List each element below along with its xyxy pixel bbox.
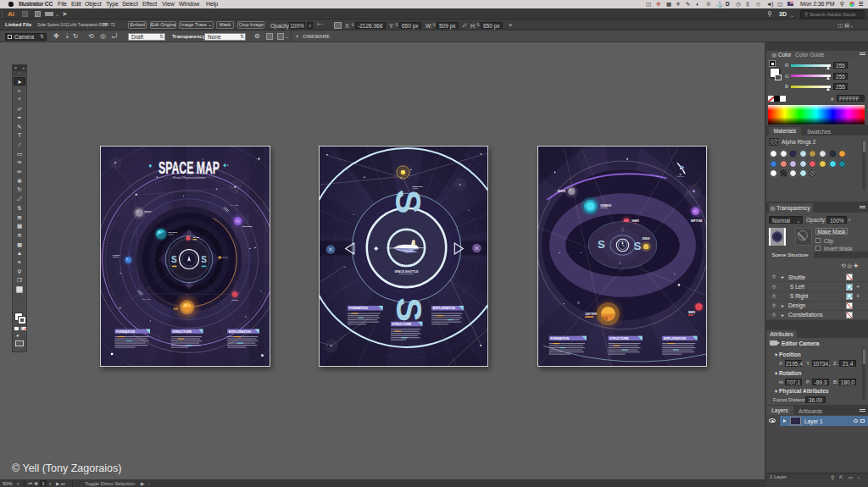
- svg-text:JUPITER: JUPITER: [585, 313, 597, 316]
- svg-text:MARS: MARS: [632, 219, 639, 223]
- svg-text:Visual Representation: Visual Representation: [172, 175, 205, 180]
- svg-text:EXPLORATION: EXPLORATION: [433, 306, 455, 310]
- svg-text:MOON: MOON: [558, 190, 565, 193]
- svg-text:FORMATION: FORMATION: [116, 329, 135, 333]
- svg-text:NEPTUNE: NEPTUNE: [242, 225, 253, 228]
- svg-text:STRUCTURE: STRUCTURE: [609, 336, 629, 340]
- svg-text:VENUS: VENUS: [643, 237, 650, 241]
- svg-text:NEPTUNE: NEPTUNE: [691, 219, 703, 223]
- svg-text:MOON: MOON: [145, 210, 152, 213]
- svg-text:S: S: [389, 297, 430, 322]
- svg-text:SATELLITE: SATELLITE: [676, 175, 685, 177]
- svg-text:URANUS: URANUS: [600, 204, 611, 208]
- svg-text:S: S: [201, 255, 207, 264]
- svg-text:STRUCTURE: STRUCTURE: [392, 322, 412, 326]
- svg-text:STRUCTURE: STRUCTURE: [172, 329, 192, 333]
- svg-text:S: S: [171, 255, 177, 264]
- svg-text:S: S: [634, 240, 642, 252]
- svg-text:PLUTO: PLUTO: [231, 299, 238, 302]
- svg-text:VOYAGER: VOYAGER: [142, 298, 151, 300]
- svg-text:EARTH: EARTH: [113, 254, 120, 257]
- svg-text:MERCURY: MERCURY: [413, 185, 424, 188]
- svg-text:SUN: SUN: [173, 307, 178, 311]
- svg-text:MARS: MARS: [688, 311, 695, 314]
- svg-text:S: S: [598, 238, 605, 251]
- svg-text:S: S: [388, 190, 429, 214]
- svg-text:FORMATION: FORMATION: [550, 336, 569, 340]
- svg-text:SPACE SHUTTLE: SPACE SHUTTLE: [394, 270, 419, 274]
- svg-text:FORMATION: FORMATION: [349, 306, 368, 310]
- svg-text:URANUS: URANUS: [168, 231, 177, 234]
- svg-text:EXPLORATION: EXPLORATION: [664, 336, 686, 340]
- svg-text:MARS: MARS: [193, 236, 200, 239]
- svg-text:EXPLORATION: EXPLORATION: [229, 329, 251, 333]
- svg-text:VOYAGER: VOYAGER: [230, 204, 239, 206]
